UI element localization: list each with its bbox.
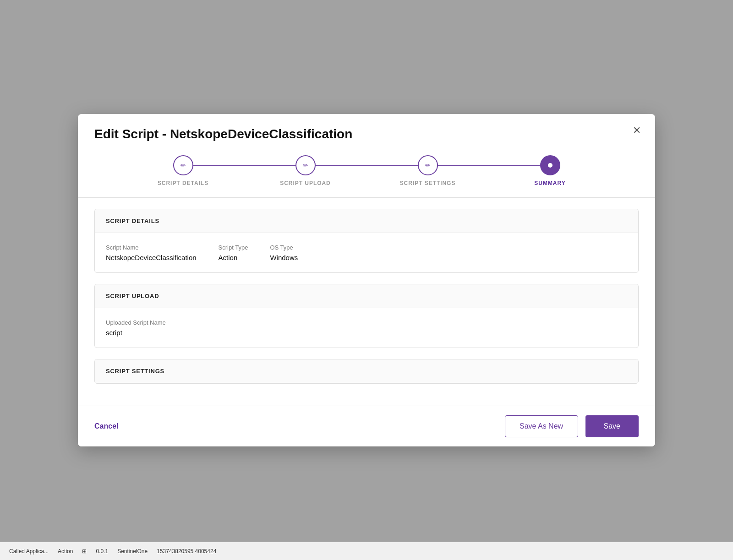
- section-card-script-upload: SCRIPT UPLOAD Uploaded Script Name scrip…: [94, 284, 639, 348]
- stepper-label-script-settings: SCRIPT SETTINGS: [400, 180, 456, 186]
- circle-dot-icon: [548, 163, 552, 168]
- taskbar-item-id: 153743820595 4005424: [157, 548, 216, 555]
- field-label-uploaded-script-name: Uploaded Script Name: [106, 319, 166, 326]
- taskbar-text-sentinel: SentinelOne: [117, 548, 148, 555]
- modal-footer: Cancel Save As New Save: [78, 406, 655, 446]
- stepper-line-2: [306, 165, 428, 166]
- modal-overlay: Edit Script - NetskopeDeviceClassificati…: [0, 0, 733, 560]
- save-as-new-button[interactable]: Save As New: [505, 415, 578, 437]
- stepper-step-script-settings: ✏ SCRIPT SETTINGS: [366, 155, 489, 186]
- field-label-script-type: Script Type: [219, 244, 248, 251]
- stepper-label-script-upload: SCRIPT UPLOAD: [280, 180, 330, 186]
- save-button[interactable]: Save: [585, 415, 639, 437]
- taskbar-item-2: Action: [58, 548, 73, 555]
- stepper-circle-script-details: ✏: [173, 155, 193, 175]
- taskbar-item-windows: ⊞: [82, 548, 87, 555]
- pencil-icon-1: ✏: [181, 162, 186, 169]
- taskbar-text-version: 0.0.1: [96, 548, 108, 555]
- stepper-step-script-upload: ✏ SCRIPT UPLOAD: [244, 155, 366, 186]
- taskbar-text-2: Action: [58, 548, 73, 555]
- section-body-script-upload: Uploaded Script Name script: [95, 308, 638, 348]
- stepper-circle-script-settings: ✏: [418, 155, 438, 175]
- taskbar: Called Applica... Action ⊞ 0.0.1 Sentine…: [0, 542, 733, 560]
- stepper-line-3: [428, 165, 550, 166]
- stepper-circle-script-upload: ✏: [295, 155, 316, 175]
- section-body-script-details: Script Name NetskopeDeviceClassification…: [95, 233, 638, 272]
- field-label-script-name: Script Name: [106, 244, 197, 251]
- section-card-script-details: SCRIPT DETAILS Script Name NetskopeDevic…: [94, 209, 639, 273]
- stepper: ✏ SCRIPT DETAILS ✏ SCRIPT UPLOAD ✏: [94, 155, 639, 197]
- field-value-uploaded-script-name: script: [106, 329, 166, 337]
- modal-body: SCRIPT DETAILS Script Name NetskopeDevic…: [78, 198, 655, 406]
- field-group-script-type: Script Type Action: [219, 244, 248, 261]
- footer-right-actions: Save As New Save: [505, 415, 639, 437]
- modal-dialog: Edit Script - NetskopeDeviceClassificati…: [78, 114, 655, 446]
- stepper-step-script-details: ✏ SCRIPT DETAILS: [122, 155, 244, 186]
- field-group-os-type: OS Type Windows: [270, 244, 298, 261]
- section-heading-script-settings: SCRIPT SETTINGS: [95, 359, 638, 383]
- taskbar-item-sentinel: SentinelOne: [117, 548, 148, 555]
- close-button[interactable]: ✕: [629, 123, 644, 138]
- section-heading-script-details: SCRIPT DETAILS: [95, 209, 638, 233]
- modal-header: Edit Script - NetskopeDeviceClassificati…: [78, 114, 655, 197]
- field-group-script-name: Script Name NetskopeDeviceClassification: [106, 244, 197, 261]
- pencil-icon-2: ✏: [303, 162, 308, 169]
- taskbar-text-id: 153743820595 4005424: [157, 548, 216, 555]
- taskbar-text-1: Called Applica...: [9, 548, 49, 555]
- field-value-script-type: Action: [219, 254, 248, 261]
- taskbar-text-windows: ⊞: [82, 548, 87, 555]
- field-group-uploaded-script-name: Uploaded Script Name script: [106, 319, 166, 337]
- section-card-script-settings: SCRIPT SETTINGS: [94, 359, 639, 384]
- field-value-os-type: Windows: [270, 254, 298, 261]
- stepper-line-1: [183, 165, 306, 166]
- taskbar-item-version: 0.0.1: [96, 548, 108, 555]
- taskbar-item-1: Called Applica...: [9, 548, 49, 555]
- field-row-script-upload: Uploaded Script Name script: [106, 319, 627, 337]
- pencil-icon-3: ✏: [425, 162, 431, 169]
- stepper-circle-summary: [540, 155, 560, 175]
- field-row-script-details: Script Name NetskopeDeviceClassification…: [106, 244, 627, 261]
- stepper-label-script-details: SCRIPT DETAILS: [158, 180, 208, 186]
- cancel-button[interactable]: Cancel: [94, 419, 118, 434]
- field-value-script-name: NetskopeDeviceClassification: [106, 254, 197, 261]
- stepper-label-summary: SUMMARY: [534, 180, 565, 186]
- section-heading-script-upload: SCRIPT UPLOAD: [95, 284, 638, 308]
- modal-title: Edit Script - NetskopeDeviceClassificati…: [94, 127, 639, 141]
- stepper-step-summary: SUMMARY: [489, 155, 611, 186]
- field-label-os-type: OS Type: [270, 244, 298, 251]
